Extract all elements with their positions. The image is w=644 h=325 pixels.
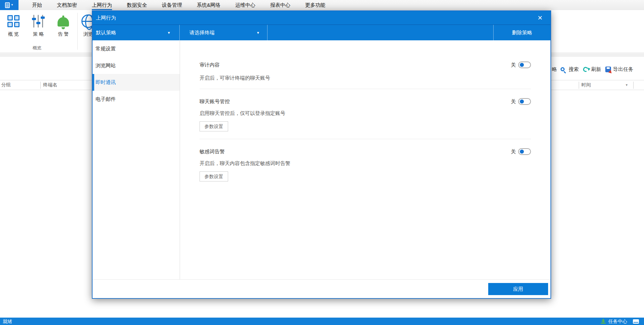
dialog-body: 常规设置 浏览网站 即时通讯 电子邮件 审计内容 关 开启后，可审计终端的聊天账… [93,40,550,279]
column-filter-caret-icon[interactable]: ▼ [625,83,628,87]
terminal-dropdown-placeholder: 请选择终端 [189,30,215,35]
menu-item-internet-behavior[interactable]: 上网行为 [92,0,112,10]
column-header-time[interactable]: 时间 [581,82,591,88]
chat-account-toggle-group: 关 [511,98,531,105]
column-separator [579,82,579,89]
ribbon-group-separator [77,13,78,50]
menu-item-start[interactable]: 开始 [32,0,42,10]
alert-bell-icon [58,17,69,27]
policy-sliders-icon [32,14,45,28]
settings-panel: 审计内容 关 开启后，可审计终端的聊天账号 聊天账号管控 关 [180,40,550,279]
menu-item-doc-encrypt[interactable]: 文档加密 [57,0,77,10]
ribbon-group-label: 概览 [0,45,74,51]
close-icon[interactable]: × [535,13,545,23]
download-icon [601,319,606,324]
statusbar: 就绪 任务中心 [0,318,644,325]
terminal-dropdown[interactable]: 请选择终端 ▼ [180,25,267,41]
ribbon-button-overview[interactable]: 概 览 [3,13,24,44]
chevron-down-icon: ▼ [11,4,13,6]
nav-item-general-settings[interactable]: 常规设置 [93,40,180,57]
menu-item-more-features[interactable]: 更多功能 [305,0,325,10]
background-partial-button[interactable]: 略 [552,66,557,73]
chat-account-param-settings-button[interactable]: 参数设置 [200,121,228,131]
app-logo-icon [5,2,10,8]
column-separator [633,82,634,89]
menu-item-ops-center[interactable]: 运维中心 [235,0,255,10]
refresh-button[interactable]: 刷新 [591,66,601,73]
setting-description: 开启后，聊天内容包含指定敏感词时告警 [200,160,531,167]
export-task-button[interactable]: 导出任务 [613,66,633,73]
dialog-side-nav: 常规设置 浏览网站 即时通讯 电子邮件 [93,40,180,279]
policy-dropdown-value: 默认策略 [96,30,116,35]
status-ready-label: 就绪 [3,318,12,325]
sensitive-word-toggle[interactable] [518,148,531,155]
toggle-state-label: 关 [511,149,516,155]
column-separator [40,82,41,89]
ribbon-button-label: 策 略 [28,31,49,37]
sensitive-word-toggle-group: 关 [511,148,531,155]
nav-item-instant-messaging[interactable]: 即时通讯 [93,74,180,91]
toggle-state-label: 关 [511,98,516,105]
setting-description: 启用聊天管控后，仅可以登录指定账号 [200,110,531,117]
dialog-title: 上网行为 [96,15,116,21]
dialog-footer: 应用 [93,279,550,298]
column-header-group[interactable]: 分组 [1,82,11,88]
setting-title: 聊天账号管控 [200,98,230,105]
chevron-down-icon: ▼ [167,25,171,41]
internet-behavior-dialog: 上网行为 × 默认策略 ▼ 请选择终端 ▼ 删除策略 常规设置 浏览网站 即时通… [92,10,551,299]
refresh-icon [582,66,589,73]
task-center-button[interactable]: 任务中心 [608,318,627,325]
policy-dropdown[interactable]: 默认策略 ▼ [93,25,180,41]
dialog-titlebar: 上网行为 × [93,11,550,25]
ribbon-button-alert[interactable]: 告 警 [52,13,74,44]
panel-toggle-icon[interactable] [633,319,639,324]
chevron-down-icon: ▼ [256,25,260,41]
setting-row-sensitive-word-alert: 敏感词告警 关 开启后，聊天内容包含指定敏感词时告警 参数设置 [200,139,531,189]
toggle-knob [520,150,524,154]
setting-row-audit-content: 审计内容 关 开启后，可审计终端的聊天账号 [200,40,531,89]
menu-items: 开始 文档加密 上网行为 数据安全 设备管理 系统&网络 运维中心 报表中心 更… [32,0,325,10]
setting-row-chat-account-control: 聊天账号管控 关 启用聊天管控后，仅可以登录指定账号 参数设置 [200,89,531,139]
sensitive-word-param-settings-button[interactable]: 参数设置 [200,171,228,181]
column-header-terminal[interactable]: 终端名 [43,82,57,88]
setting-title: 审计内容 [200,62,220,68]
menu-item-device-mgmt[interactable]: 设备管理 [162,0,182,10]
menubar: ▼ 开始 文档加密 上网行为 数据安全 设备管理 系统&网络 运维中心 报表中心… [0,0,644,10]
menu-item-system-network[interactable]: 系统&网络 [197,0,220,10]
menu-item-report-center[interactable]: 报表中心 [270,0,290,10]
delete-policy-button[interactable]: 删除策略 [493,25,550,41]
nav-item-browse-websites[interactable]: 浏览网站 [93,57,180,74]
chat-account-toggle[interactable] [518,98,531,105]
audit-content-toggle-group: 关 [511,62,531,68]
toggle-state-label: 关 [511,62,516,68]
setting-description: 开启后，可审计终端的聊天账号 [200,75,531,81]
dialog-toolbar: 默认策略 ▼ 请选择终端 ▼ 删除策略 [93,25,550,40]
app-menu-button[interactable]: ▼ [0,0,19,10]
audit-content-toggle[interactable] [518,62,531,68]
setting-title: 敏感词告警 [200,149,225,155]
overview-grid-icon [7,15,20,27]
ribbon-button-label: 概 览 [3,31,24,37]
ribbon-button-label: 告 警 [52,31,74,37]
nav-item-email[interactable]: 电子邮件 [93,91,180,108]
toggle-knob [520,63,524,67]
search-icon [561,67,565,71]
ribbon-button-policy[interactable]: 策 略 [28,13,49,44]
toggle-knob [520,99,524,104]
search-button[interactable]: 搜索 [569,66,579,73]
export-task-icon [605,67,611,72]
menu-item-data-security[interactable]: 数据安全 [127,0,147,10]
apply-button[interactable]: 应用 [488,283,548,295]
